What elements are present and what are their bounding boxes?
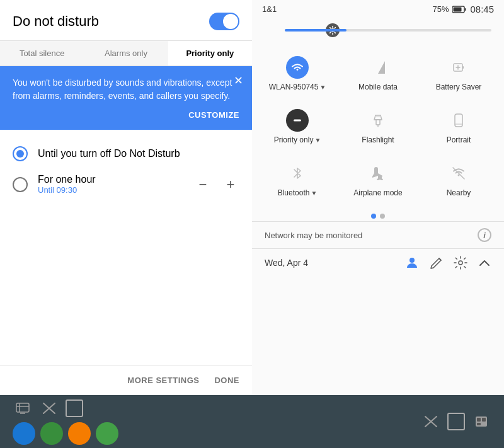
qs-bottom-bar: Wed, Apr 4	[252, 248, 504, 277]
tile-mobile-data[interactable]: Mobile data	[338, 47, 418, 100]
portrait-label: Portrait	[447, 135, 471, 144]
duration-controls: − +	[194, 176, 239, 193]
clock-time: 08:45	[470, 4, 494, 14]
tile-bluetooth[interactable]: Bluetooth ▼	[257, 153, 338, 206]
duration-indefinite[interactable]: Until you turn off Do Not Disturb	[13, 140, 239, 168]
taskbar-right-icon-2[interactable]	[471, 411, 491, 432]
signal-icon	[367, 56, 389, 79]
wlan-arrow: ▼	[319, 84, 326, 91]
dnd-header: Do not disturb	[0, 0, 252, 40]
wlan-label-row: WLAN-950745 ▼	[269, 83, 326, 91]
battery-icon	[452, 6, 466, 13]
tab-priority-only[interactable]: Priority only	[168, 41, 252, 66]
network-warning: Network may be monitored i	[252, 221, 504, 248]
tile-priority-only[interactable]: Priority only ▼	[257, 100, 338, 153]
svg-rect-31	[16, 403, 29, 412]
dnd-toggle[interactable]	[209, 13, 239, 30]
taskbar-icon-2[interactable]	[39, 398, 59, 418]
wifi-icon	[286, 56, 309, 79]
edit-icon[interactable]	[430, 256, 444, 270]
svg-rect-1	[454, 7, 462, 11]
bluetooth-icon	[286, 162, 309, 185]
tab-total-silence[interactable]: Total silence	[0, 41, 84, 66]
duration-one-hour-sublabel: Until 09:30	[38, 185, 96, 195]
tile-battery-saver[interactable]: Battery Saver	[418, 47, 499, 100]
dot-1	[371, 214, 376, 219]
dnd-icon	[286, 109, 309, 132]
tile-portrait[interactable]: Portrait	[418, 100, 499, 153]
svg-line-29	[439, 258, 441, 260]
tile-flashlight[interactable]: Flashlight	[338, 100, 418, 153]
radio-one-hour[interactable]	[13, 177, 28, 192]
customize-button[interactable]: CUSTOMIZE	[13, 110, 239, 120]
date-display: Wed, Apr 4	[265, 258, 308, 268]
dnd-info-box: ✕ You won't be disturbed by sounds and v…	[0, 66, 252, 130]
quick-settings-panel: 1&1 75% 08:45	[252, 0, 504, 395]
battery-saver-label: Battery Saver	[436, 83, 482, 91]
bottom-actions: MORE SETTINGS DONE	[0, 365, 252, 395]
radio-indefinite[interactable]	[13, 146, 28, 161]
app-icon-3[interactable]	[68, 422, 91, 445]
settings-icon[interactable]	[454, 256, 467, 270]
quick-settings-grid: WLAN-950745 ▼ Mobile data	[252, 42, 504, 211]
taskbar-icon-1[interactable]	[13, 398, 33, 418]
svg-line-8	[330, 28, 331, 28]
status-bar: 1&1 75% 08:45	[252, 0, 504, 18]
account-icon[interactable]	[404, 255, 420, 270]
nearby-icon	[447, 162, 470, 185]
carrier-text: 1&1	[262, 4, 277, 14]
svg-line-10	[335, 28, 335, 28]
bluetooth-label: Bluetooth	[278, 188, 310, 197]
mobile-data-label: Mobile data	[358, 83, 398, 91]
brightness-slider[interactable]	[285, 29, 491, 32]
svg-point-27	[458, 175, 460, 176]
taskbar	[0, 395, 504, 448]
duration-options: Until you turn off Do Not Disturb For on…	[0, 130, 252, 211]
priority-arrow: ▼	[314, 137, 321, 144]
info-box-close-button[interactable]: ✕	[234, 74, 243, 88]
svg-marker-19	[374, 115, 382, 120]
airplane-icon	[367, 162, 389, 185]
svg-rect-21	[376, 120, 380, 125]
app-icon-4[interactable]	[96, 422, 118, 445]
tab-alarms-only[interactable]: Alarms only	[84, 41, 168, 66]
taskbar-right-area	[421, 411, 491, 432]
status-right: 75% 08:45	[432, 4, 494, 14]
done-button[interactable]: DONE	[214, 376, 239, 385]
tile-nearby[interactable]: Nearby	[418, 153, 499, 206]
duration-one-hour-label: For one hour	[38, 174, 96, 185]
svg-point-28	[410, 258, 415, 263]
decrease-duration-button[interactable]: −	[194, 176, 212, 193]
tile-wlan[interactable]: WLAN-950745 ▼	[257, 47, 338, 100]
battery-plus-icon	[447, 56, 470, 79]
bluetooth-label-row: Bluetooth ▼	[278, 188, 318, 197]
collapse-icon[interactable]	[478, 256, 491, 270]
info-box-text: You won't be disturbed by sounds and vib…	[13, 76, 239, 103]
more-settings-button[interactable]: MORE SETTINGS	[127, 376, 199, 385]
svg-rect-14	[462, 66, 464, 69]
increase-duration-button[interactable]: +	[222, 176, 239, 193]
battery-percentage: 75%	[432, 4, 449, 14]
svg-rect-18	[294, 120, 301, 122]
wlan-label: WLAN-950745	[269, 83, 319, 91]
brightness-fill	[285, 29, 346, 32]
app-icon-1[interactable]	[13, 422, 35, 445]
taskbar-square-left[interactable]	[66, 399, 83, 417]
taskbar-square-right[interactable]	[447, 413, 465, 430]
network-info-icon[interactable]: i	[478, 228, 491, 242]
svg-line-11	[330, 32, 331, 33]
taskbar-left-icons	[13, 398, 118, 418]
network-warning-text: Network may be monitored	[265, 231, 362, 240]
duration-one-hour[interactable]: For one hour Until 09:30 − +	[13, 168, 239, 201]
taskbar-right-icons	[421, 411, 491, 432]
svg-rect-42	[477, 423, 481, 425]
bluetooth-arrow: ▼	[311, 190, 317, 197]
taskbar-right-icon-1[interactable]	[421, 411, 441, 432]
app-icon-2[interactable]	[40, 422, 63, 445]
duration-one-hour-info: For one hour Until 09:30	[38, 174, 96, 195]
brightness-row	[252, 18, 504, 42]
dnd-panel: Do not disturb Total silence Alarms only…	[0, 0, 252, 395]
svg-marker-12	[378, 61, 385, 74]
svg-point-30	[459, 261, 462, 265]
tile-airplane[interactable]: Airplane mode	[338, 153, 418, 206]
